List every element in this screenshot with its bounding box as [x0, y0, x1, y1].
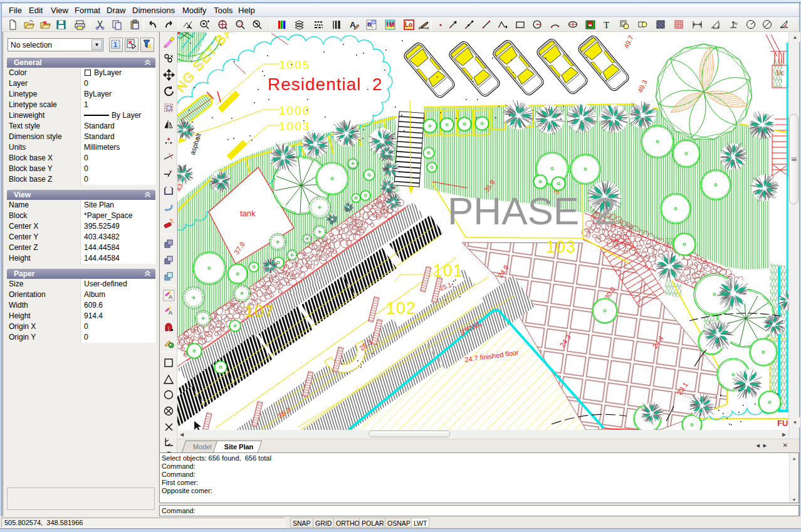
svg-text:I: I [387, 21, 389, 28]
svg-text:2: 2 [594, 189, 615, 232]
svg-text:1005: 1005 [279, 58, 310, 71]
svg-text:102: 102 [386, 299, 416, 318]
svg-text:107: 107 [244, 302, 275, 321]
svg-text:1003: 1003 [279, 120, 310, 133]
svg-text:1: 1 [113, 41, 117, 48]
svg-text:Residential 2: Residential 2 [268, 75, 383, 94]
svg-text:L: L [371, 24, 374, 28]
svg-text:M: M [389, 21, 394, 28]
svg-text:PHASE: PHASE [448, 189, 579, 232]
svg-text:T: T [604, 20, 609, 30]
svg-text:R: R [43, 20, 47, 26]
svg-text:101: 101 [433, 261, 463, 280]
svg-text:FU: FU [777, 419, 788, 428]
svg-text:xy: xy [734, 21, 738, 25]
svg-text:tank: tank [240, 209, 256, 218]
svg-text:A: A [169, 310, 172, 316]
svg-text:103: 103 [546, 237, 576, 256]
svg-text:A: A [169, 294, 172, 300]
svg-text:1000: 1000 [279, 104, 310, 117]
svg-text:1/c: 1/c [776, 70, 784, 76]
svg-text:o: o [409, 21, 412, 28]
